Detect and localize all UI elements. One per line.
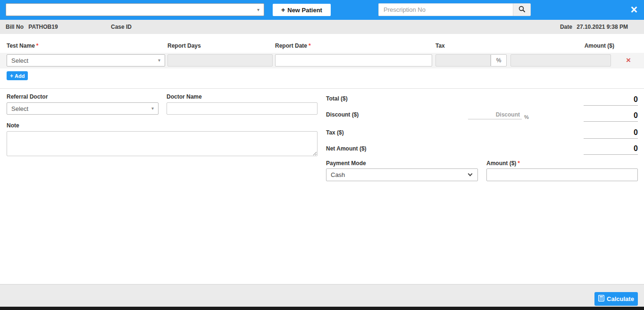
bill-no: Bill No PATHOB19	[6, 20, 58, 34]
date-value: 27.10.2021 9:38 PM	[577, 24, 628, 30]
new-patient-button[interactable]: + New Patient	[273, 4, 331, 16]
bill-no-label: Bill No	[6, 24, 24, 30]
referral-doctor-value: Select	[11, 105, 28, 112]
payment-amount-label: Amount ($)*	[486, 160, 520, 167]
test-name-select-value: Select	[11, 57, 28, 64]
report-days-input	[167, 54, 273, 67]
payment-mode-label: Payment Mode	[326, 160, 366, 167]
bill-no-value: PATHOB19	[28, 24, 58, 30]
case-id-label: Case ID	[111, 20, 132, 34]
referral-doctor-label: Referral Doctor	[7, 93, 48, 100]
required-marker: *	[309, 42, 311, 49]
percent-suffix: %	[524, 114, 529, 120]
net-amount-label: Net Amount ($)	[326, 145, 367, 152]
test-name-header: Test Name*	[7, 42, 38, 49]
discount-value: 0	[584, 111, 638, 122]
patient-select[interactable]: ▾	[6, 3, 264, 16]
required-marker: *	[36, 42, 39, 49]
footer-bar	[0, 284, 644, 307]
payment-amount-input[interactable]	[486, 168, 638, 181]
net-amount-value: 0	[584, 144, 638, 155]
window-bottom-edge	[0, 307, 644, 310]
delete-row-icon[interactable]: ×	[623, 55, 634, 66]
tax-header: Tax	[435, 42, 445, 49]
date-label: Date	[560, 24, 572, 30]
payment-mode-select[interactable]: Cash	[326, 168, 478, 181]
section-divider	[0, 88, 644, 89]
new-patient-label: New Patient	[287, 7, 322, 14]
top-bar: ▾ + New Patient ×	[0, 0, 644, 20]
close-icon[interactable]: ×	[630, 2, 637, 17]
calculator-icon	[598, 295, 604, 303]
tax-percent-addon: %	[491, 54, 507, 67]
note-label: Note	[7, 122, 19, 129]
discount-label: Discount ($)	[326, 111, 359, 118]
prescription-search-group	[378, 3, 531, 16]
doctor-name-label: Doctor Name	[167, 93, 202, 100]
caret-down-icon: ▾	[257, 8, 259, 12]
billing-dialog: ▾ + New Patient × Bill No PATHOB19 Case …	[0, 0, 644, 310]
caret-down-icon: ▾	[158, 58, 160, 63]
total-value: 0	[584, 95, 638, 106]
test-name-select[interactable]: Select ▾	[7, 54, 165, 67]
amount-input	[510, 54, 611, 67]
calculate-button[interactable]: Calculate	[594, 292, 638, 306]
search-button[interactable]	[513, 3, 531, 16]
report-days-header: Report Days	[167, 42, 201, 49]
search-icon	[519, 6, 525, 14]
chevron-down-icon	[468, 171, 473, 176]
caret-down-icon: ▾	[151, 106, 154, 111]
add-label: Add	[15, 73, 25, 79]
total-label: Total ($)	[326, 95, 348, 102]
tax-total-value: 0	[584, 128, 638, 139]
payment-mode-value: Cash	[331, 171, 345, 178]
note-textarea[interactable]	[7, 131, 318, 156]
prescription-no-input[interactable]	[378, 3, 513, 16]
required-marker: *	[518, 160, 520, 167]
add-test-button[interactable]: + Add	[7, 71, 28, 80]
calculate-label: Calculate	[607, 295, 634, 302]
referral-doctor-select[interactable]: Select ▾	[7, 102, 159, 115]
amount-header: Amount ($)	[585, 42, 614, 49]
doctor-name-input[interactable]	[167, 102, 318, 115]
tax-total-label: Tax ($)	[326, 129, 344, 136]
plus-icon: +	[10, 73, 13, 79]
bill-info-bar: Bill No PATHOB19 Case ID Date 27.10.2021…	[0, 20, 644, 34]
bill-date: Date 27.10.2021 9:38 PM	[560, 20, 628, 34]
report-date-input[interactable]	[275, 54, 432, 67]
discount-percent-input[interactable]	[468, 110, 522, 119]
report-date-header: Report Date*	[275, 42, 311, 49]
plus-icon: +	[281, 6, 285, 14]
tax-input	[435, 54, 491, 67]
